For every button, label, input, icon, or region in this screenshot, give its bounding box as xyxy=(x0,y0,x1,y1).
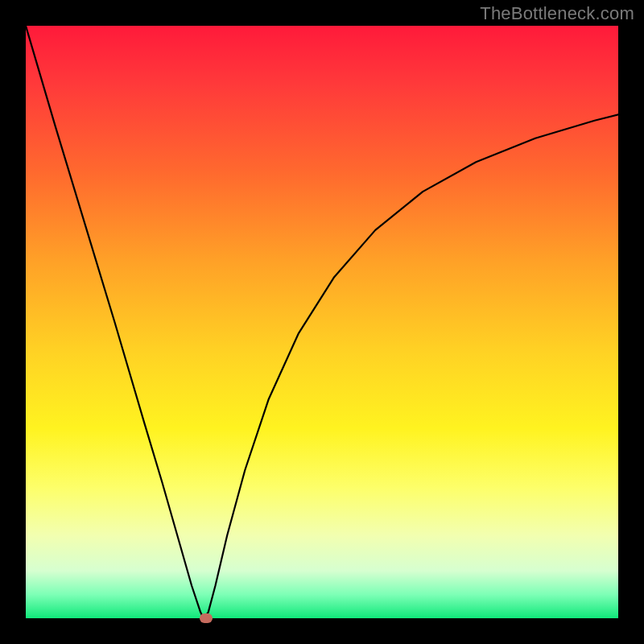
watermark-text: TheBottleneck.com xyxy=(480,3,634,24)
plot-area xyxy=(26,26,618,618)
curve-path xyxy=(26,26,618,618)
bottleneck-curve xyxy=(26,26,618,618)
chart-frame: TheBottleneck.com xyxy=(0,0,644,644)
optimum-marker xyxy=(200,613,213,623)
